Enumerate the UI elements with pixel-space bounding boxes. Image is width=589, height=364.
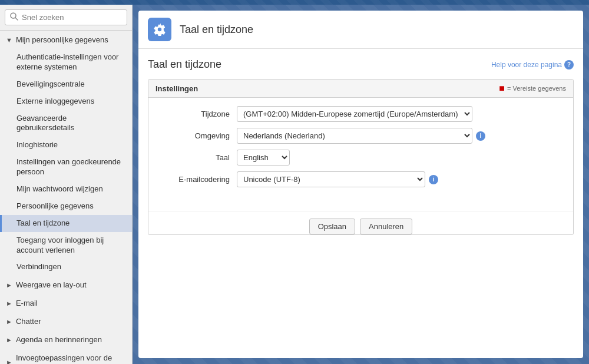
help-link[interactable]: Help voor deze pagina ? [491,60,574,70]
sidebar-item-externe-inloggegevens[interactable]: Externe inloggegevens [0,93,132,110]
page-header: Taal en tijdzone [138,11,583,49]
taal-field: English [237,150,561,166]
gear-icon [153,23,166,36]
tijdzone-select[interactable]: (GMT+02:00) Midden-Europese zomertijd (E… [237,106,472,122]
required-indicator: ■ [499,83,505,94]
taal-select[interactable]: English [237,150,290,166]
sidebar-item-taal-en-tijdzone[interactable]: Taal en tijdzone [0,215,132,232]
taal-label: Taal [160,153,237,162]
help-link-text: Help voor deze pagina [491,61,562,69]
settings-panel-header: Instellingen ■ = Vereiste gegevens [148,80,573,98]
settings-panel: Instellingen ■ = Vereiste gegevens Tijdz… [148,79,574,235]
emailcodering-label: E-mailcodering [160,175,237,184]
sidebar-item-mijn-wachtwoord[interactable]: Mijn wachtwoord wijzigen [0,181,132,198]
page-title-row: Taal en tijdzone Help voor deze pagina ? [148,58,574,71]
sidebar-section-weergave[interactable]: ► Weergave en lay-out [0,276,132,294]
sidebar-section-chatter[interactable]: ► Chatter [0,312,132,330]
help-circle-icon: ? [564,60,574,70]
page-header-title: Taal en tijdzone [180,24,253,36]
svg-line-1 [15,18,18,20]
page-body: Taal en tijdzone Help voor deze pagina ?… [138,49,583,358]
settings-panel-header-title: Instellingen [155,84,198,93]
tijdzone-label: Tijdzone [160,110,237,118]
sidebar-content: ▼ Mijn persoonlijke gegevens Authenticat… [0,31,132,364]
sidebar-item-verbindingen[interactable]: Verbindingen [0,259,132,276]
chevron-right-icon: ► [6,318,12,325]
top-decoration-bar [0,0,589,5]
sidebar-item-toegang-inloggen[interactable]: Toegang voor inloggen bij account verlen… [0,232,132,259]
omgeving-field: Nederlands (Nederland) i [237,128,561,144]
form-actions: Opslaan Annuleren [148,211,573,234]
omgeving-info-icon[interactable]: i [476,131,485,141]
form-row-omgeving: Omgeving Nederlands (Nederland) i [160,128,561,144]
chevron-down-icon: ▼ [6,37,12,44]
form-row-tijdzone: Tijdzone (GMT+02:00) Midden-Europese zom… [160,106,561,122]
emailcodering-select[interactable]: Unicode (UTF-8) [237,171,425,187]
sidebar-section-label: Mijn persoonlijke gegevens [16,35,108,44]
sidebar-item-inloghistorie[interactable]: Inloghistorie [0,137,132,154]
omgeving-label: Omgeving [160,131,237,140]
form-row-taal: Taal English [160,150,561,166]
form-row-emailcodering: E-mailcodering Unicode (UTF-8) i [160,171,561,187]
search-box [0,5,132,31]
search-wrapper[interactable] [5,9,127,25]
sidebar-section-mijn-gegevens[interactable]: ▼ Mijn persoonlijke gegevens [0,31,132,49]
required-legend: ■ = Vereiste gegevens [499,83,566,94]
emailcodering-info-icon[interactable]: i [429,175,438,184]
search-icon [10,12,18,22]
sidebar-section-invoeg[interactable]: ► Invoegtoepassingen voor de desktop [0,349,132,364]
sidebar-item-beveiligingscentrale[interactable]: Beveiligingscentrale [0,76,132,93]
settings-icon-box [148,18,171,41]
sidebar-section-email[interactable]: ► E-mail [0,294,132,312]
omgeving-select[interactable]: Nederlands (Nederland) [237,128,472,144]
sidebar: ▼ Mijn persoonlijke gegevens Authenticat… [0,5,133,364]
search-input[interactable] [22,13,122,22]
sidebar-item-instellingen-goedkeurende-persoon[interactable]: Instellingen van goedkeurende persoon [0,154,132,181]
chevron-right-icon: ► [6,300,12,307]
chevron-right-icon: ► [6,359,12,364]
sidebar-section-agenda[interactable]: ► Agenda en herinneringen [0,330,132,349]
page-title: Taal en tijdzone [148,58,221,71]
emailcodering-field: Unicode (UTF-8) i [237,171,561,187]
save-button[interactable]: Opslaan [309,219,355,234]
sidebar-item-authenticatie[interactable]: Authenticatie-instellingen voor externe … [0,49,132,76]
sidebar-item-persoonlijke-gegevens[interactable]: Persoonlijke gegevens [0,198,132,215]
tijdzone-field: (GMT+02:00) Midden-Europese zomertijd (E… [237,106,561,122]
sidebar-nav-list: Authenticatie-instellingen voor externe … [0,49,132,276]
sidebar-item-geavanceerde-gebruikersdetails[interactable]: Geavanceerde gebruikersdetails [0,110,132,137]
settings-form: Tijdzone (GMT+02:00) Midden-Europese zom… [148,98,573,201]
main-content: Taal en tijdzone Taal en tijdzone Help v… [133,5,589,364]
cancel-button[interactable]: Annuleren [360,219,412,234]
chevron-right-icon: ► [6,282,12,289]
chevron-right-icon: ► [6,336,12,343]
